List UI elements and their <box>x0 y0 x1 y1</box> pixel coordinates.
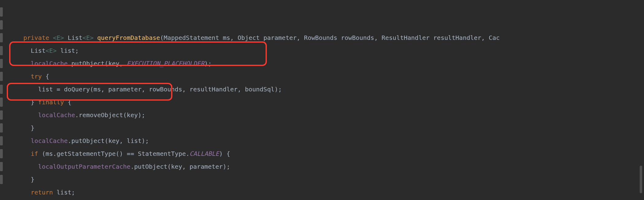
gutter-mark-icon <box>0 33 3 42</box>
code-line: try { <box>0 44 644 57</box>
gutter-mark-icon <box>0 46 3 55</box>
gutter-mark-icon <box>0 162 3 171</box>
code-line: localCache.putObject(key, list); <box>0 109 644 121</box>
gutter-mark-icon <box>0 136 3 145</box>
vertical-scrollbar[interactable] <box>639 0 643 200</box>
indent <box>23 189 31 196</box>
code-line: List<E> list; <box>0 18 644 31</box>
code-line: return list; <box>0 160 644 173</box>
gutter-mark-icon <box>0 149 3 158</box>
gutter-mark-icon <box>0 85 3 94</box>
code-line: } finally { <box>0 70 644 83</box>
gutter-mark-icon <box>0 20 3 29</box>
gutter-mark-icon <box>0 175 3 184</box>
space <box>53 189 57 196</box>
code-line: list = doQuery(ms, parameter, rowBounds,… <box>0 57 644 70</box>
code-line: if (ms.getStatementType() == StatementTy… <box>0 121 644 134</box>
gutter-mark-icon <box>0 59 3 68</box>
gutter-mark-icon <box>0 7 3 17</box>
code-editor[interactable]: private <E> List<E> queryFromDatabase(Ma… <box>0 0 644 200</box>
code-line: private <E> List<E> queryFromDatabase(Ma… <box>0 6 644 18</box>
code-line: } <box>0 96 644 109</box>
code-line: } <box>0 173 644 186</box>
gutter-mark-icon <box>0 123 3 133</box>
keyword-return: return <box>31 189 53 196</box>
var-list: list <box>57 189 71 196</box>
code-line: localCache.removeObject(key); <box>0 83 644 96</box>
gutter-mark-icon <box>0 72 3 81</box>
code-line: localCache.putObject(key, EXECUTION_PLAC… <box>0 31 644 44</box>
semicolon: ; <box>71 189 75 196</box>
code-line: } <box>0 147 644 160</box>
gutter-mark-icon <box>0 98 3 107</box>
gutter-mark-icon <box>0 110 3 120</box>
code-line: localOutputParameterCache.putObject(key,… <box>0 134 644 147</box>
scrollbar-thumb-icon[interactable] <box>640 166 642 193</box>
